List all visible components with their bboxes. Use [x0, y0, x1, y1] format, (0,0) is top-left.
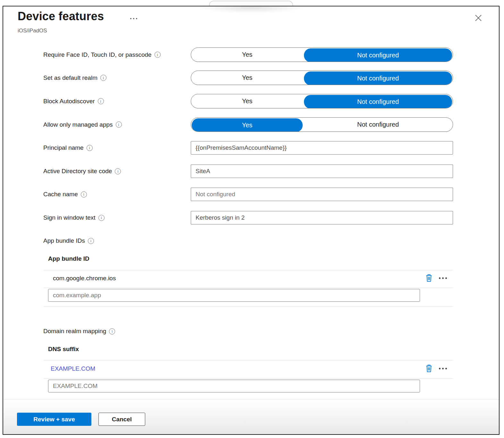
- setting-label: Cache name: [43, 191, 87, 198]
- toggle-option-yes[interactable]: Yes: [191, 94, 303, 108]
- setting-row-cache-name: Cache name: [43, 188, 453, 201]
- setting-label: Block Autodiscover: [43, 98, 104, 105]
- toggle-option-not-configured[interactable]: Not configured: [304, 48, 452, 62]
- info-icon[interactable]: [98, 215, 105, 221]
- setting-label-text: Allow only managed apps: [43, 121, 113, 128]
- page-title: Device features: [18, 10, 104, 23]
- background-notch: [209, 1, 293, 6]
- setting-label-text: Set as default realm: [43, 74, 97, 81]
- setting-label: Active Directory site code: [43, 168, 121, 175]
- divider: [43, 306, 453, 307]
- managed-apps-toggle[interactable]: Yes Not configured: [191, 117, 453, 132]
- cache-name-input[interactable]: [191, 188, 453, 201]
- more-options-icon[interactable]: [130, 15, 143, 22]
- info-icon[interactable]: [87, 145, 93, 151]
- toggle-option-not-configured[interactable]: Not configured: [304, 72, 452, 85]
- faceid-toggle[interactable]: Yes Not configured: [191, 47, 453, 62]
- default-realm-toggle[interactable]: Yes Not configured: [191, 71, 453, 85]
- setting-row-block-autodiscover: Block Autodiscover Yes Not configured: [43, 94, 453, 108]
- setting-label: Sign in window text: [43, 214, 105, 221]
- toggle-option-not-configured[interactable]: Not configured: [304, 95, 452, 108]
- info-icon[interactable]: [81, 191, 87, 198]
- setting-row-signin-text: Sign in window text: [43, 211, 453, 224]
- toggle-option-yes[interactable]: Yes: [191, 48, 303, 62]
- setting-label: Set as default realm: [43, 74, 106, 81]
- setting-row-ad-site-code: Active Directory site code: [43, 164, 453, 178]
- setting-row-default-realm: Set as default realm Yes Not configured: [43, 71, 453, 85]
- toggle-option-yes[interactable]: Yes: [191, 71, 303, 85]
- dns-suffix-new-input[interactable]: [48, 380, 420, 392]
- close-icon: [475, 14, 482, 22]
- block-autodiscover-toggle[interactable]: Yes Not configured: [191, 94, 453, 108]
- info-icon[interactable]: [109, 328, 115, 334]
- info-icon[interactable]: [116, 122, 122, 128]
- app-bundle-row-value: com.google.chrome.ios: [53, 275, 116, 282]
- ad-site-code-input[interactable]: [191, 164, 453, 178]
- app-bundle-section-label: App bundle IDs: [43, 237, 94, 244]
- principal-name-input[interactable]: [191, 141, 453, 155]
- trash-icon: [425, 274, 433, 282]
- setting-label-text: Block Autodiscover: [43, 98, 95, 105]
- info-icon[interactable]: [155, 52, 161, 58]
- page-subtitle: iOS/iPadOS: [18, 28, 47, 34]
- dns-suffix-row-link[interactable]: EXAMPLE.COM: [51, 365, 95, 372]
- divider: [43, 378, 453, 379]
- row-context-menu-icon[interactable]: [438, 366, 448, 371]
- setting-label-text: Active Directory site code: [43, 168, 112, 175]
- dns-suffix-row-actions: [425, 364, 448, 373]
- setting-label-text: Require Face ID, Touch ID, or passcode: [43, 51, 152, 58]
- setting-label: Require Face ID, Touch ID, or passcode: [43, 51, 161, 58]
- delete-button[interactable]: [425, 273, 433, 283]
- cancel-button[interactable]: Cancel: [98, 413, 145, 426]
- section-label-text: Domain realm mapping: [43, 328, 106, 335]
- info-icon[interactable]: [88, 238, 94, 244]
- setting-label-text: Principal name: [43, 144, 84, 151]
- review-save-button[interactable]: Review + save: [17, 413, 91, 426]
- setting-row-principal-name: Principal name: [43, 141, 453, 155]
- divider: [43, 360, 453, 360]
- notch-shadow: [180, 6, 324, 16]
- setting-label: Allow only managed apps: [43, 121, 122, 128]
- dns-suffix-column-header: DNS suffix: [48, 346, 79, 353]
- info-icon[interactable]: [115, 168, 121, 174]
- info-icon[interactable]: [100, 75, 106, 81]
- close-button[interactable]: [473, 12, 484, 24]
- section-label-text: App bundle IDs: [43, 237, 85, 244]
- signin-window-text-input[interactable]: [191, 211, 453, 224]
- app-bundle-new-input[interactable]: [48, 289, 420, 302]
- divider: [43, 288, 453, 288]
- info-icon[interactable]: [98, 98, 104, 104]
- setting-label-text: Sign in window text: [43, 214, 96, 221]
- setting-row-faceid: Require Face ID, Touch ID, or passcode Y…: [43, 47, 453, 62]
- row-context-menu-icon[interactable]: [438, 275, 448, 281]
- app-bundle-column-header: App bundle ID: [48, 255, 89, 262]
- delete-button[interactable]: [425, 364, 433, 373]
- toggle-option-yes[interactable]: Yes: [192, 118, 303, 132]
- trash-icon: [425, 364, 433, 373]
- setting-row-managed-apps: Allow only managed apps Yes Not configur…: [43, 117, 453, 132]
- setting-label-text: Cache name: [43, 191, 78, 198]
- divider: [43, 270, 453, 270]
- domain-realm-section-label: Domain realm mapping: [43, 328, 115, 335]
- toggle-option-not-configured[interactable]: Not configured: [303, 118, 453, 131]
- app-bundle-row-actions: [425, 273, 448, 283]
- setting-label: Principal name: [43, 144, 93, 151]
